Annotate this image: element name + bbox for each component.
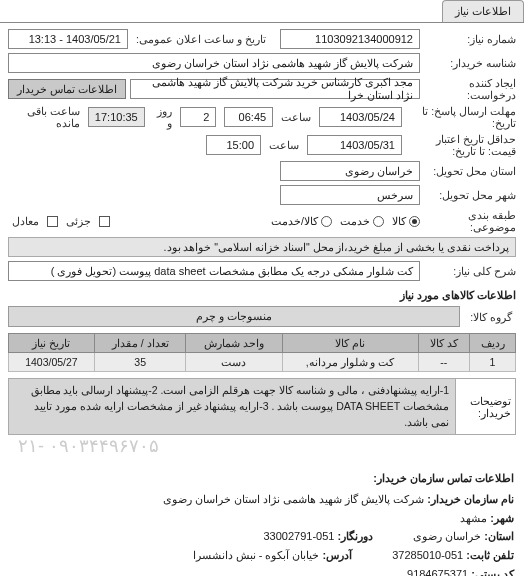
fax-label: دورنگار: bbox=[338, 530, 374, 542]
org-label: نام سازمان خریدار: bbox=[427, 493, 514, 505]
th-qty: تعداد / مقدار bbox=[94, 334, 186, 353]
table-row[interactable]: 1 -- کت و شلوار مردانه, دست 35 1403/05/2… bbox=[9, 353, 516, 372]
buyer-label: شناسه خریدار: bbox=[424, 57, 516, 69]
org-value: شرکت پالایش گاز شهید هاشمی نژاد استان خر… bbox=[163, 493, 424, 505]
phone-value: 051-37285010 bbox=[392, 549, 463, 561]
th-name: نام کالا bbox=[282, 334, 418, 353]
partial-checkbox[interactable] bbox=[99, 216, 110, 227]
city-value: مشهد bbox=[460, 512, 487, 524]
radio-circle-icon bbox=[373, 216, 384, 227]
valid-label: حداقل تاریخ اعتبار قیمت: تا تاریخ: bbox=[406, 133, 516, 157]
need-no-field: 1103092134000912 bbox=[280, 29, 420, 49]
payment-note: پرداخت نقدی یا بخشی از مبلغ خرید،از محل … bbox=[8, 237, 516, 257]
topic-radio-group: کالا خدمت کالا/خدمت bbox=[271, 215, 420, 227]
days-remaining-field: 2 bbox=[180, 107, 216, 127]
goods-group-label: گروه کالا: bbox=[466, 311, 516, 323]
delivery-city-field: سرخس bbox=[280, 185, 420, 205]
watermark: ۰۹۰۳۴۴۹۶۷۰۵ -۲۱ bbox=[8, 435, 516, 457]
buyer-field: شرکت پالایش گاز شهید هاشمی نژاد استان خر… bbox=[8, 53, 420, 73]
delivery-state-field: خراسان رضوی bbox=[280, 161, 420, 181]
radio-circle-icon bbox=[409, 216, 420, 227]
cell-unit: دست bbox=[186, 353, 282, 372]
goods-group-value: منسوجات و چرم bbox=[8, 306, 460, 327]
contact-title: اطلاعات تماس سازمان خریدار: bbox=[10, 469, 514, 488]
th-idx: ردیف bbox=[470, 334, 516, 353]
th-unit: واحد شمارش bbox=[186, 334, 282, 353]
valid-date-field: 1403/05/31 bbox=[307, 135, 402, 155]
buyer-desc-text: 1-ارایه پیشنهادفنی ، مالی و شناسه کالا ج… bbox=[9, 379, 455, 434]
equivalent-checkbox[interactable] bbox=[47, 216, 58, 227]
time-label-2: ساعت bbox=[265, 139, 303, 151]
table-header-row: ردیف کد کالا نام کالا واحد شمارش تعداد /… bbox=[9, 334, 516, 353]
radio-service[interactable]: خدمت bbox=[340, 215, 384, 227]
valid-time-field: 15:00 bbox=[206, 135, 261, 155]
deadline-date-field: 1403/05/24 bbox=[319, 107, 402, 127]
remaining-label: ساعت باقی مانده bbox=[8, 105, 84, 129]
buyer-contact-button[interactable]: اطلاعات تماس خریدار bbox=[8, 79, 126, 99]
desc-key-field: کت شلوار مشکی درجه یک مطابق مشخصات data … bbox=[8, 261, 420, 281]
province-label: استان: bbox=[484, 530, 514, 542]
remaining-time-field: 17:10:35 bbox=[88, 107, 145, 127]
topic-label: طبقه بندی موضوعی: bbox=[424, 209, 516, 233]
goods-table: ردیف کد کالا نام کالا واحد شمارش تعداد /… bbox=[8, 333, 516, 372]
delivery-city-label: شهر محل تحویل: bbox=[424, 189, 516, 201]
announce-field: 1403/05/21 - 13:13 bbox=[8, 29, 128, 49]
postal-label: کد پستی: bbox=[471, 568, 514, 576]
cell-name: کت و شلوار مردانه, bbox=[282, 353, 418, 372]
th-code: کد کالا bbox=[418, 334, 469, 353]
fax-value: 051-33002791 bbox=[263, 530, 334, 542]
th-date: تاریخ نیاز bbox=[9, 334, 95, 353]
need-no-label: شماره نیاز: bbox=[424, 33, 516, 45]
requester-label: ایجاد کننده درخواست: bbox=[424, 77, 516, 101]
deadline-label: مهلت ارسال پاسخ: تا تاریخ: bbox=[406, 105, 516, 129]
radio-goods[interactable]: کالا bbox=[392, 215, 420, 227]
radio-service-label: خدمت bbox=[340, 215, 370, 227]
postal-value: 9184675371 bbox=[407, 568, 468, 576]
desc-key-label: شرح کلی نیاز: bbox=[424, 265, 516, 277]
radio-goods-label: کالا bbox=[392, 215, 406, 227]
radio-circle-icon bbox=[321, 216, 332, 227]
delivery-state-label: استان محل تحویل: bbox=[424, 165, 516, 177]
days-and-label: روز و bbox=[149, 105, 176, 129]
radio-both[interactable]: کالا/خدمت bbox=[271, 215, 332, 227]
equivalent-label: معادل bbox=[8, 215, 43, 227]
cell-idx: 1 bbox=[470, 353, 516, 372]
cell-qty: 35 bbox=[94, 353, 186, 372]
partial-label: جزئی bbox=[62, 215, 95, 227]
buyer-desc-label: توضیحات خریدار: bbox=[455, 379, 515, 434]
requester-field: مجد اکبری کارشناس خرید شرکت پالایش گاز ش… bbox=[130, 79, 420, 99]
province-value: خراسان رضوی bbox=[413, 530, 481, 542]
address-value: خیابان آبکوه - نبش دانشسرا bbox=[193, 549, 320, 561]
goods-section-title: اطلاعات کالاهای مورد نیاز bbox=[8, 289, 516, 302]
cell-code: -- bbox=[418, 353, 469, 372]
time-label-1: ساعت bbox=[277, 111, 315, 123]
announce-label: تاریخ و ساعت اعلان عمومی: bbox=[132, 33, 270, 45]
city-label: شهر: bbox=[490, 512, 514, 524]
radio-both-label: کالا/خدمت bbox=[271, 215, 318, 227]
tab-need-info[interactable]: اطلاعات نیاز bbox=[442, 0, 524, 22]
phone-label: تلفن ثابت: bbox=[466, 549, 514, 561]
cell-date: 1403/05/27 bbox=[9, 353, 95, 372]
address-label: آدرس: bbox=[323, 549, 353, 561]
deadline-time-field: 06:45 bbox=[224, 107, 273, 127]
